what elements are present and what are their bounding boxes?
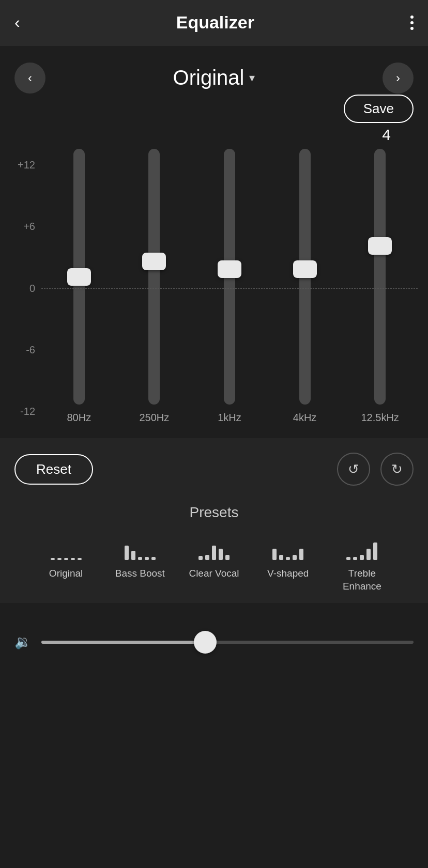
preset-icon-clear-vocal: [198, 533, 230, 560]
slider-label-4: 12.5kHz: [361, 412, 399, 428]
undo-redo-group: ↺ ↻: [337, 453, 414, 486]
sliders-wrapper: 80Hz 250Hz 1kHz: [41, 149, 418, 428]
slider-col-4: 12.5kHz: [342, 149, 418, 428]
slider-label-2: 1kHz: [218, 412, 241, 428]
slider-track-wrap-3: [267, 149, 343, 405]
slider-label-1: 250Hz: [139, 412, 169, 428]
volume-icon: 🔉: [14, 634, 31, 650]
slider-label-0: 80Hz: [67, 412, 91, 428]
undo-button[interactable]: ↺: [337, 453, 370, 486]
preset-label-v-shaped: V-shaped: [267, 567, 309, 580]
preset-label-original: Original: [49, 567, 83, 580]
bottom-controls: Reset ↺ ↻ Presets Original: [0, 438, 428, 603]
slider-track-3[interactable]: [299, 149, 311, 405]
volume-fill: [41, 641, 205, 644]
preset-icon-v-shaped: [272, 533, 303, 560]
dot2: [410, 21, 414, 24]
slider-thumb-3[interactable]: [293, 260, 317, 278]
preset-label-treble-enhance: TrebleEnhance: [343, 567, 381, 593]
redo-icon: ↻: [391, 461, 403, 477]
preset-icon-original: [51, 533, 82, 560]
reset-button[interactable]: Reset: [14, 454, 93, 485]
scale-top: +12: [18, 159, 35, 171]
slider-thumb-1[interactable]: [142, 253, 166, 270]
slider-track-0[interactable]: [73, 149, 85, 405]
scale-mid-top: +6: [23, 221, 35, 233]
page-title: Equalizer: [176, 12, 254, 33]
slider-track-wrap-4: [342, 149, 418, 405]
scale-zero: 0: [29, 283, 35, 295]
eq-scale: +12 +6 0 -6 -12: [10, 149, 41, 428]
scale-bottom: -12: [20, 406, 35, 417]
current-preset[interactable]: Original ▾: [173, 66, 255, 89]
scale-mid-bot: -6: [26, 344, 35, 356]
presets-section: Presets Original: [14, 504, 414, 593]
save-area: Save 4: [0, 95, 428, 144]
slider-col-3: 4kHz: [267, 149, 343, 428]
preset-dropdown-icon: ▾: [249, 71, 255, 85]
preset-item-clear-vocal[interactable]: Clear Vocal: [177, 533, 251, 580]
slider-track-1[interactable]: [148, 149, 160, 405]
slider-track-wrap-0: [41, 149, 117, 405]
preset-prev-button[interactable]: ‹: [14, 63, 45, 94]
slider-track-wrap-1: [117, 149, 192, 405]
slider-thumb-4[interactable]: [368, 237, 392, 255]
slider-col-2: 1kHz: [192, 149, 267, 428]
preset-next-button[interactable]: ›: [383, 63, 414, 94]
back-button[interactable]: ‹: [14, 13, 20, 32]
app-header: ‹ Equalizer: [0, 0, 428, 45]
presets-title: Presets: [29, 504, 399, 521]
preset-icon-treble-enhance: [346, 533, 377, 560]
save-button[interactable]: Save: [344, 95, 414, 123]
dot1: [410, 16, 414, 19]
preset-item-bass-boost[interactable]: Bass Boost: [103, 533, 177, 580]
preset-label-bass-boost: Bass Boost: [115, 567, 165, 580]
reset-undo-row: Reset ↺ ↻: [14, 453, 414, 486]
slider-track-2[interactable]: [224, 149, 235, 405]
volume-row: 🔉: [0, 634, 428, 650]
slider-track-wrap-2: [192, 149, 267, 405]
dot3: [410, 27, 414, 30]
more-menu-button[interactable]: [410, 16, 414, 30]
preset-item-treble-enhance[interactable]: TrebleEnhance: [325, 533, 399, 593]
volume-thumb[interactable]: [194, 631, 217, 654]
undo-icon: ↺: [348, 461, 359, 477]
slider-track-4[interactable]: [374, 149, 386, 405]
eq-sliders-area: +12 +6 0 -6 -12 80Hz: [10, 149, 418, 428]
presets-grid: Original Bass Boost: [29, 533, 399, 593]
redo-button[interactable]: ↻: [380, 453, 414, 486]
preset-icon-bass-boost: [125, 533, 156, 560]
preset-label-clear-vocal: Clear Vocal: [189, 567, 239, 580]
slider-col-1: 250Hz: [117, 149, 192, 428]
eq-value-display: 4: [382, 126, 414, 144]
preset-name-label: Original: [173, 66, 244, 89]
preset-item-v-shaped[interactable]: V-shaped: [251, 533, 325, 580]
slider-thumb-0[interactable]: [67, 268, 91, 286]
slider-label-3: 4kHz: [293, 412, 317, 428]
slider-thumb-2[interactable]: [218, 260, 241, 278]
preset-selector-row: ‹ Original ▾ ›: [0, 45, 428, 95]
volume-track[interactable]: [41, 641, 414, 644]
slider-col-0: 80Hz: [41, 149, 117, 428]
preset-item-original[interactable]: Original: [29, 533, 103, 580]
eq-section: +12 +6 0 -6 -12 80Hz: [0, 149, 428, 428]
